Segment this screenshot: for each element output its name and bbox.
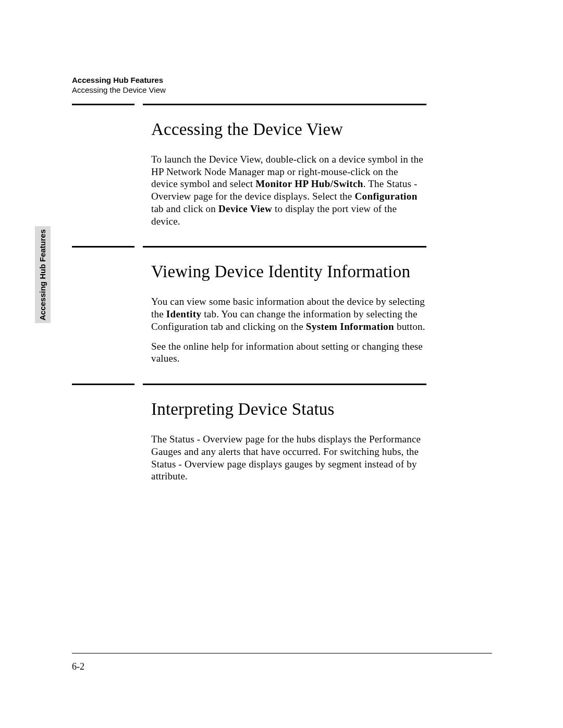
section-rule bbox=[72, 246, 426, 248]
section-accessing-device-view: Accessing the Device View To launch the … bbox=[72, 104, 426, 227]
section-body: To launch the Device View, double-click … bbox=[151, 153, 426, 228]
side-tab: Accessing Hub Features bbox=[35, 226, 51, 323]
section-rule bbox=[72, 104, 426, 105]
paragraph: You can view some basic information abou… bbox=[151, 295, 426, 332]
section-title: Accessing the Device View bbox=[151, 120, 426, 140]
section-title: Viewing Device Identity Information bbox=[151, 262, 426, 282]
content-area: Accessing the Device View To launch the … bbox=[72, 104, 426, 501]
section-interpreting-status: Interpreting Device Status The Status - … bbox=[72, 384, 426, 483]
paragraph: See the online help for information abou… bbox=[151, 340, 426, 365]
section-body: You can view some basic information abou… bbox=[151, 295, 426, 365]
document-page: Accessing Hub Features Accessing the Dev… bbox=[0, 0, 563, 728]
section-device-identity: Viewing Device Identity Information You … bbox=[72, 246, 426, 365]
paragraph: The Status - Overview page for the hubs … bbox=[151, 433, 426, 483]
running-head-chapter: Accessing Hub Features bbox=[72, 76, 166, 85]
section-body: The Status - Overview page for the hubs … bbox=[151, 433, 426, 483]
paragraph: To launch the Device View, double-click … bbox=[151, 153, 426, 228]
page-number: 6-2 bbox=[72, 661, 84, 672]
section-title: Interpreting Device Status bbox=[151, 400, 426, 419]
running-head: Accessing Hub Features Accessing the Dev… bbox=[72, 76, 166, 95]
footer-rule bbox=[72, 653, 492, 653]
side-tab-label: Accessing Hub Features bbox=[39, 229, 47, 320]
section-rule bbox=[72, 384, 426, 385]
running-head-section: Accessing the Device View bbox=[72, 85, 166, 95]
